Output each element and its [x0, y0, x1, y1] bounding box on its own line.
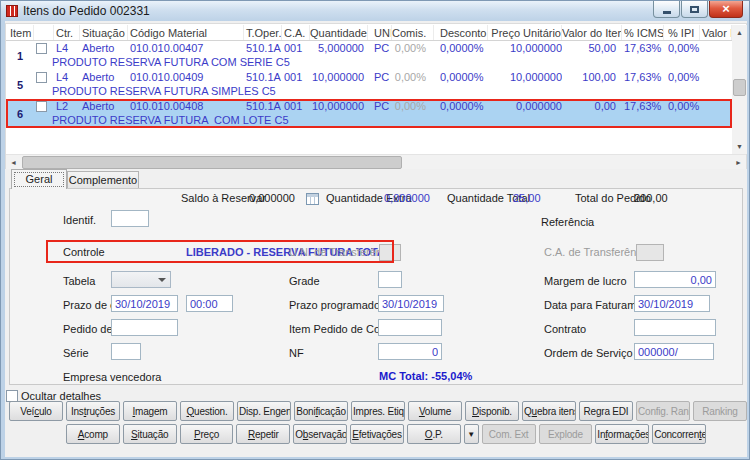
prazo-entrega-date-input[interactable]	[111, 295, 178, 312]
row-description: PRODUTO RESERVA FUTURA COM SERIE C5	[34, 56, 732, 70]
row-description: PRODUTO RESERVA FUTURA SIMPLES C5	[34, 85, 732, 99]
contrato-input[interactable]	[634, 319, 716, 336]
header-item[interactable]: Item	[6, 25, 34, 40]
button-disp-engenh[interactable]: Disp. Engenh.	[237, 401, 291, 421]
scroll-up-icon[interactable]: ▲	[732, 25, 747, 40]
header-comis[interactable]: Comis.	[392, 25, 434, 40]
header-toper[interactable]: T.Oper.	[244, 25, 282, 40]
nf-label: NF	[289, 347, 304, 359]
total-pedido-value: 200,00	[634, 192, 668, 204]
button-situacao[interactable]: Situação	[123, 424, 177, 444]
button-preco[interactable]: Preço	[180, 424, 234, 444]
header-ca[interactable]: C.A.	[282, 25, 310, 40]
button-disponib[interactable]: Disponib.	[465, 401, 519, 421]
row-description: PRODUTO RESERVA FUTURA COM LOTE C5	[34, 114, 732, 128]
ordem-servico-input[interactable]	[634, 343, 714, 360]
grade-input[interactable]	[378, 271, 402, 288]
controle-label: Controle	[63, 246, 105, 258]
op-dropdown-arrow[interactable]: ▼	[464, 424, 479, 444]
scroll-down-icon[interactable]: ▼	[732, 139, 747, 154]
vertical-scroll-thumb[interactable]	[733, 79, 746, 96]
header-valor-ipi[interactable]: Valor IPI	[700, 25, 732, 40]
grid-icon[interactable]	[306, 193, 319, 205]
maximize-icon	[690, 6, 699, 13]
client-area: Item Ctr. Situação Código Material T.Ope…	[5, 21, 747, 457]
scroll-right-icon[interactable]: ►	[731, 155, 746, 170]
header-preco-unitario[interactable]: Preço Unitário	[488, 25, 562, 40]
prazo-programado-input[interactable]	[378, 295, 444, 312]
referencia-label: Referência	[541, 216, 594, 228]
pedido-compra-input[interactable]	[111, 319, 178, 336]
button-observacao[interactable]: Observação	[293, 424, 347, 444]
quantidade-extra-value: 0,000000	[384, 192, 430, 204]
header-quantidade[interactable]: Quantidade	[310, 25, 368, 40]
button-impres-etiq[interactable]: Impres. Etiq.	[351, 401, 405, 421]
row-checkbox[interactable]	[36, 101, 47, 112]
vertical-scrollbar[interactable]: ▲ ▼	[732, 25, 747, 154]
table-body: 1 L4 Aberto 010.010.00407 510.1A 001 5,0…	[6, 41, 732, 153]
row-checkbox[interactable]	[36, 43, 47, 54]
horizontal-scrollbar[interactable]: ◄ ►	[6, 154, 746, 169]
tabela-label: Tabela	[63, 275, 95, 287]
button-explode[interactable]: Explode	[539, 424, 593, 444]
contrato-label: Contrato	[544, 323, 586, 335]
ordem-servico-label: Ordem de Serviço	[544, 347, 633, 359]
button-veiculo[interactable]: Veículo	[9, 401, 63, 421]
close-button[interactable]: ×	[709, 1, 743, 18]
header-codigo-material[interactable]: Código Material	[128, 25, 244, 40]
table-row[interactable]: 5 L4 Aberto 010.010.00409 510.1A 001 10,…	[6, 70, 732, 99]
button-concorrente[interactable]: Concorrente	[652, 424, 706, 444]
table-row[interactable]: 6 L2 Aberto 010.010.00408 510.1A 001 10,…	[6, 99, 732, 128]
tab-complemento[interactable]: Complemento	[67, 171, 139, 189]
tab-geral[interactable]: Geral	[11, 169, 67, 189]
button-volume[interactable]: Volume	[408, 401, 462, 421]
button-instrucoes[interactable]: Instruções	[66, 401, 120, 421]
button-informacoes[interactable]: Informações	[595, 424, 649, 444]
nf-input[interactable]	[378, 343, 442, 360]
identif-input[interactable]	[111, 210, 149, 227]
button-efetivacoes[interactable]: Efetivações	[350, 424, 404, 444]
button-row-1: VeículoInstruçõesImagemQuestion.Disp. En…	[9, 401, 747, 421]
empresa-vencedora-label: Empresa vencedora	[63, 371, 161, 383]
scroll-left-icon[interactable]: ◄	[6, 155, 21, 170]
button-imagem[interactable]: Imagem	[123, 401, 177, 421]
maximize-button[interactable]	[681, 1, 708, 18]
ocultar-detalhes-checkbox[interactable]	[6, 390, 18, 402]
button-question[interactable]: Question.	[180, 401, 234, 421]
tabela-select[interactable]	[111, 271, 171, 288]
button-bonificacao[interactable]: Bonificação	[294, 401, 348, 421]
minimize-button[interactable]	[653, 1, 680, 18]
button-config-rank[interactable]: Config. Rank.	[636, 401, 690, 421]
close-icon: ×	[722, 2, 730, 15]
button-repetir[interactable]: Repetir	[236, 424, 290, 444]
row-item-number: 5	[6, 70, 34, 99]
header-icms[interactable]: % ICMS	[622, 25, 664, 40]
header-ipi[interactable]: % IPI	[664, 25, 700, 40]
header-checkbox-col	[34, 25, 54, 40]
data-faturamento-input[interactable]	[634, 295, 710, 312]
header-valor-item[interactable]: Valor do Item	[562, 25, 622, 40]
table-row[interactable]: 1 L4 Aberto 010.010.00407 510.1A 001 5,0…	[6, 41, 732, 70]
button-o-p[interactable]: O.P.	[407, 424, 461, 444]
button-com-ext[interactable]: Com. Ext	[482, 424, 536, 444]
header-desconto[interactable]: Desconto	[434, 25, 488, 40]
saldo-reservar-value: 0,000000	[249, 192, 295, 204]
window-title: Itens do Pedido 002331	[23, 4, 150, 18]
button-quebra-itens[interactable]: Quebra itens	[522, 401, 576, 421]
header-uni[interactable]: UNI	[368, 25, 392, 40]
header-ctr[interactable]: Ctr.	[54, 25, 80, 40]
table-header: Item Ctr. Situação Código Material T.Ope…	[6, 25, 732, 41]
row-item-number: 1	[6, 41, 34, 70]
margem-lucro-input[interactable]	[634, 271, 716, 288]
row-checkbox[interactable]	[36, 72, 47, 83]
item-pedido-compra-input[interactable]	[378, 319, 442, 336]
button-ranking[interactable]: Ranking	[693, 401, 747, 421]
button-acomp[interactable]: Acomp	[66, 424, 120, 444]
prazo-entrega-time-input[interactable]	[186, 295, 233, 312]
header-situacao[interactable]: Situação	[80, 25, 128, 40]
button-row-2: AcompSituaçãoPreçoRepetirObservaçãoEfeti…	[66, 424, 706, 444]
button-regra-edi[interactable]: Regra EDI	[579, 401, 633, 421]
mc-total-value: MC Total: -55,04%	[379, 370, 472, 382]
horizontal-scroll-thumb[interactable]	[22, 156, 402, 169]
serie-input[interactable]	[111, 343, 141, 360]
